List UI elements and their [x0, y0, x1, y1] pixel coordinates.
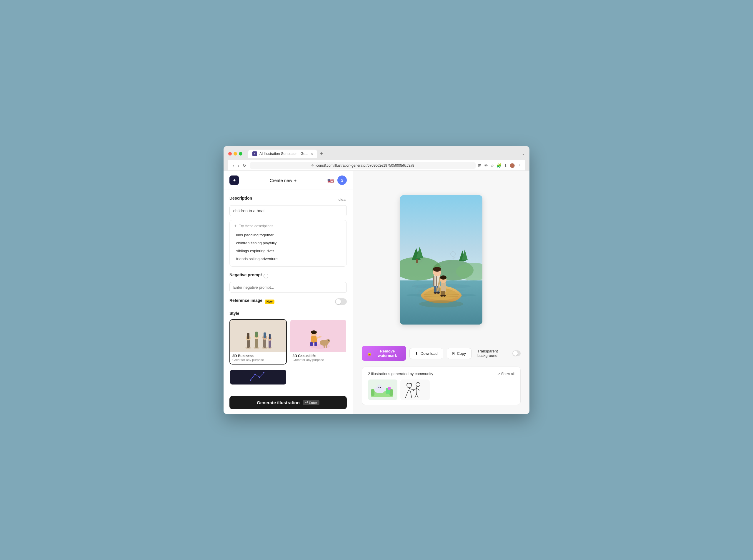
url-security-icon: ⊙ [311, 163, 314, 167]
svg-point-87 [416, 382, 420, 386]
style-card-title-3d-business: 3D Business [232, 354, 284, 358]
transparent-background-section: Transparent background [477, 349, 521, 358]
style-card-preview-dark [230, 370, 286, 384]
generate-button[interactable]: Generate illustration ⏎ Enter [229, 396, 347, 409]
description-input[interactable] [229, 205, 347, 216]
negative-prompt-input[interactable] [229, 282, 347, 293]
svg-point-51 [433, 267, 441, 272]
svg-rect-52 [433, 276, 435, 286]
active-tab[interactable]: ✦ AI Illustration Generator – Ge... ✕ [248, 149, 317, 158]
url-text: icons8.com/illustration-generator/67090d… [315, 163, 414, 167]
svg-point-66 [443, 295, 446, 297]
language-flag[interactable]: 🇺🇸 [327, 178, 334, 183]
illustration-image: icons8.com icons8.com icons8.com icons8.… [400, 195, 482, 324]
eye-off-icon[interactable]: 👁 [484, 163, 488, 168]
svg-rect-53 [436, 276, 437, 286]
svg-rect-86 [388, 387, 391, 390]
maximize-button[interactable] [239, 152, 243, 156]
show-all-button[interactable]: ↗ Show all [497, 372, 515, 376]
copy-button[interactable]: ⎘ Copy [447, 348, 471, 359]
forward-button[interactable]: › [237, 162, 240, 169]
reference-image-label-group: Reference image New [229, 298, 274, 305]
community-header: 2 illustrations generated by community ↗… [368, 372, 515, 376]
transparent-background-toggle[interactable] [513, 351, 521, 356]
community-image-2[interactable] [400, 380, 430, 400]
copy-label: Copy [457, 351, 466, 356]
new-badge: New [265, 300, 274, 304]
suggestions-header-text: Try these descriptions [239, 224, 273, 228]
translate-icon[interactable]: ⊞ [478, 163, 482, 168]
suggestions-box: ✦ Try these descriptions kids paddling t… [229, 220, 347, 267]
style-card-other[interactable] [229, 369, 287, 385]
download-icon: ⬇ [415, 351, 418, 356]
enter-badge: ⏎ Enter [303, 400, 320, 405]
create-new-label: Create new [270, 178, 292, 183]
community-svg-2 [402, 381, 428, 399]
svg-point-18 [326, 339, 330, 343]
new-tab-button[interactable]: + [318, 151, 325, 157]
svg-rect-3 [247, 333, 249, 339]
create-new-button[interactable]: Create new + [270, 178, 296, 183]
address-bar: ‹ › ↻ ⊙ icons8.com/illustration-generato… [228, 160, 525, 171]
community-image-1[interactable] [368, 380, 398, 400]
extension-icon[interactable]: 🧩 [497, 163, 502, 168]
suggestions-header: ✦ Try these descriptions [234, 224, 342, 228]
close-button[interactable] [228, 152, 232, 156]
url-field[interactable]: ⊙ icons8.com/illustration-generator/6709… [250, 162, 476, 169]
illustration-svg: icons8.com icons8.com icons8.com icons8.… [400, 195, 482, 324]
download-label: Download [421, 351, 438, 356]
expand-icon: ↗ [497, 372, 500, 376]
reference-image-toggle[interactable] [335, 298, 347, 305]
remove-watermark-button[interactable]: 🔒 Remove watermark [362, 346, 406, 361]
bookmark-icon[interactable]: ☆ [490, 163, 494, 168]
svg-point-32 [254, 374, 256, 375]
logo-area: ✦ [229, 176, 239, 185]
style-card-3d-casual[interactable]: 3D Casual life Great for any purpose [290, 319, 347, 364]
suggestion-item[interactable]: friends sailing adventure [234, 255, 342, 263]
suggestion-item[interactable]: siblings exploring river [234, 247, 342, 255]
user-avatar[interactable]: S [337, 176, 347, 185]
style-card-title-3d-casual: 3D Casual life [293, 354, 344, 358]
svg-point-33 [259, 377, 260, 378]
tab-overflow-button[interactable]: ⌄ [522, 152, 525, 156]
back-button[interactable]: ‹ [232, 162, 236, 169]
minimize-button[interactable] [234, 152, 237, 156]
style-label: Style [229, 311, 347, 316]
sidebar-bottom: Generate illustration ⏎ Enter [224, 391, 353, 414]
community-title: 2 illustrations generated by community [368, 372, 433, 376]
tab-favicon: ✦ [252, 152, 257, 156]
illustration-display: icons8.com icons8.com icons8.com icons8.… [362, 180, 521, 340]
reload-button[interactable]: ↻ [242, 162, 247, 169]
info-icon[interactable]: i [264, 274, 268, 278]
suggestion-item[interactable]: children fishing playfully [234, 239, 342, 247]
download-button[interactable]: ⬇ Download [409, 348, 443, 359]
negative-prompt-label: Negative prompt [229, 273, 262, 277]
svg-rect-11 [264, 333, 266, 338]
svg-point-83 [379, 387, 380, 388]
app-logo-icon: ✦ [229, 176, 239, 185]
svg-rect-41 [416, 259, 418, 263]
style-grid-row2 [229, 369, 347, 385]
svg-marker-81 [378, 384, 379, 386]
download-browser-icon[interactable]: ⬇ [504, 163, 507, 168]
browser-actions: ⊞ 👁 ☆ 🧩 ⬇ 🟤 ⋮ [478, 163, 521, 168]
transparent-background-label: Transparent background [477, 349, 510, 358]
suggestion-item[interactable]: kids paddling together [234, 231, 342, 239]
style-card-preview-3d-business [230, 320, 286, 352]
app-content: ✦ Create new + 🇺🇸 S Description clear [224, 171, 529, 414]
profile-icon[interactable]: 🟤 [510, 163, 515, 168]
svg-point-62 [440, 276, 446, 280]
sparkle-icon: ✦ [234, 224, 237, 228]
style-card-preview-3d-casual [290, 320, 347, 352]
svg-rect-15 [269, 334, 271, 339]
clear-button[interactable]: clear [339, 197, 347, 202]
nav-buttons: ‹ › ↻ [232, 162, 247, 169]
svg-point-88 [407, 383, 411, 388]
tab-bar: ✦ AI Illustration Generator – Ge... ✕ + … [248, 149, 525, 158]
generate-label: Generate illustration [257, 400, 300, 405]
tab-title: AI Illustration Generator – Ge... [259, 152, 308, 156]
tab-close-icon[interactable]: ✕ [311, 152, 313, 156]
style-card-3d-business[interactable]: 3D Business Great for any purpose [229, 319, 287, 364]
menu-icon[interactable]: ⋮ [517, 163, 521, 168]
svg-rect-60 [441, 282, 446, 292]
